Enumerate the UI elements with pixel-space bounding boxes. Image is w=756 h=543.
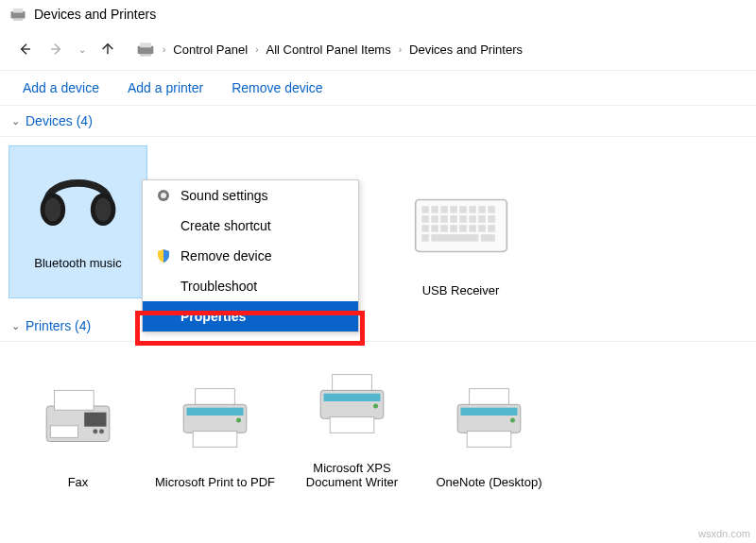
svg-rect-2 — [13, 19, 24, 21]
nav-forward-button[interactable] — [43, 36, 70, 62]
svg-rect-39 — [431, 234, 478, 242]
breadcrumb-item[interactable]: Devices and Printers — [405, 41, 526, 59]
section-header-devices[interactable]: ⌄ Devices (4) — [0, 106, 756, 137]
svg-rect-44 — [50, 425, 77, 437]
device-label: USB Receiver — [392, 283, 529, 297]
svg-rect-55 — [330, 416, 374, 433]
svg-rect-18 — [459, 206, 467, 213]
svg-rect-50 — [193, 431, 237, 447]
svg-rect-14 — [421, 206, 429, 213]
window-titlebar: Devices and Printers — [0, 0, 756, 28]
printer-item-ms-print-pdf[interactable]: Microsoft Print to PDF — [146, 365, 284, 489]
svg-rect-43 — [84, 412, 106, 426]
printers-grid: Fax Microsoft Print to PDF Microsoft XPS… — [0, 342, 756, 502]
blank-icon — [156, 279, 171, 294]
svg-rect-54 — [324, 393, 381, 400]
printer-item-fax[interactable]: Fax — [9, 365, 146, 489]
printer-label: Microsoft Print to PDF — [146, 475, 284, 489]
breadcrumb-item[interactable]: Control Panel — [169, 41, 251, 59]
svg-rect-59 — [461, 407, 518, 415]
speaker-icon — [156, 188, 171, 203]
svg-rect-25 — [450, 215, 457, 223]
svg-point-51 — [236, 417, 241, 422]
fax-icon — [38, 382, 118, 453]
svg-rect-24 — [440, 215, 448, 223]
window-title: Devices and Printers — [34, 7, 156, 22]
svg-point-9 — [95, 197, 112, 221]
nav-back-button[interactable] — [11, 36, 38, 62]
menu-item-troubleshoot[interactable]: Troubleshoot — [143, 271, 358, 301]
section-title: Devices (4) — [26, 113, 93, 128]
nav-up-button[interactable] — [94, 36, 121, 62]
add-printer-button[interactable]: Add a printer — [128, 80, 203, 95]
svg-rect-21 — [488, 206, 495, 213]
menu-item-label: Create shortcut — [180, 218, 271, 233]
printer-icon — [312, 368, 392, 439]
printer-label: Microsoft XPS Document Writer — [284, 461, 421, 489]
svg-rect-33 — [450, 225, 457, 232]
keyboard-icon — [414, 197, 508, 254]
printer-item-onenote[interactable]: OneNote (Desktop) — [421, 365, 558, 489]
remove-device-button[interactable]: Remove device — [232, 80, 323, 95]
context-menu: Sound settings Create shortcut Remove de… — [142, 179, 359, 332]
svg-point-46 — [99, 429, 104, 433]
menu-item-remove-device[interactable]: Remove device — [143, 241, 358, 271]
navigation-bar: ⌄ › Control Panel › All Control Panel It… — [0, 28, 756, 71]
devices-printers-icon — [9, 6, 26, 23]
svg-rect-42 — [55, 390, 94, 410]
svg-rect-15 — [431, 206, 438, 213]
add-device-button[interactable]: Add a device — [23, 80, 99, 95]
svg-point-63 — [161, 193, 166, 198]
printer-label: OneNote (Desktop) — [421, 475, 558, 489]
device-item-usb-receiver[interactable]: USB Receiver — [392, 174, 529, 297]
svg-rect-20 — [478, 206, 485, 213]
section-title: Printers (4) — [26, 318, 91, 333]
blank-icon — [156, 309, 171, 324]
menu-item-label: Sound settings — [180, 188, 268, 203]
svg-rect-38 — [421, 234, 429, 242]
svg-rect-30 — [421, 225, 429, 232]
svg-rect-27 — [469, 215, 476, 223]
menu-item-label: Troubleshoot — [180, 279, 257, 294]
svg-rect-32 — [440, 225, 448, 232]
devices-grid: Bluetooth music ABH — [0, 137, 756, 311]
svg-rect-60 — [467, 431, 511, 447]
arrow-right-icon — [49, 42, 64, 57]
chevron-down-icon: ⌄ — [11, 115, 20, 127]
printer-item-ms-xps[interactable]: Microsoft XPS Document Writer — [284, 351, 421, 489]
svg-rect-4 — [140, 42, 151, 47]
headphones-icon — [33, 154, 123, 244]
svg-rect-37 — [488, 225, 495, 232]
printer-icon — [175, 382, 255, 453]
menu-item-create-shortcut[interactable]: Create shortcut — [143, 211, 358, 241]
svg-rect-36 — [478, 225, 485, 232]
breadcrumb-item[interactable]: All Control Panel Items — [262, 41, 394, 59]
device-item-bluetooth-music[interactable]: Bluetooth music — [9, 146, 146, 297]
nav-history-dropdown[interactable]: ⌄ — [76, 36, 89, 62]
svg-rect-34 — [459, 225, 467, 232]
device-label: Bluetooth music — [9, 256, 146, 270]
printer-icon — [449, 382, 529, 453]
svg-rect-23 — [431, 215, 438, 223]
svg-rect-47 — [196, 388, 235, 405]
shield-icon — [156, 248, 171, 263]
svg-rect-1 — [13, 8, 24, 13]
chevron-right-icon: › — [163, 44, 165, 55]
svg-rect-29 — [488, 215, 495, 223]
devices-printers-icon — [136, 40, 155, 59]
svg-rect-22 — [421, 215, 429, 223]
chevron-right-icon: › — [255, 44, 258, 55]
section-header-printers[interactable]: ⌄ Printers (4) — [0, 311, 756, 342]
menu-item-label: Remove device — [180, 248, 272, 263]
svg-rect-35 — [469, 225, 476, 232]
svg-rect-57 — [470, 388, 509, 405]
svg-point-56 — [373, 403, 378, 408]
svg-rect-49 — [187, 407, 244, 415]
svg-rect-5 — [140, 54, 151, 57]
menu-item-sound-settings[interactable]: Sound settings — [143, 180, 358, 211]
watermark-text: wsxdn.com — [698, 528, 750, 539]
menu-item-properties[interactable]: Properties — [143, 301, 358, 331]
arrow-left-icon — [17, 42, 32, 57]
blank-icon — [156, 218, 171, 233]
svg-rect-52 — [333, 374, 372, 391]
